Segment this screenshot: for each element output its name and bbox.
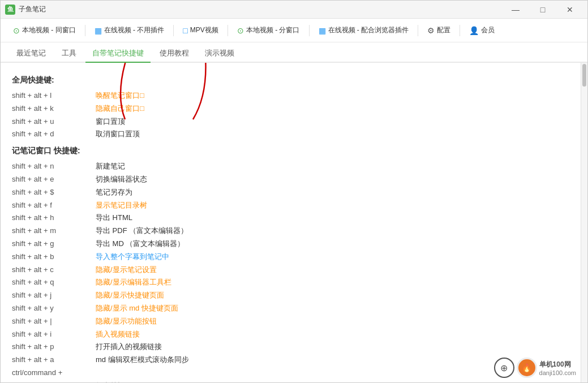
watermark-url: danji100.com (539, 369, 576, 376)
shortcut-desc-w: 隐藏/显示功能按钮 (96, 316, 157, 328)
shortcut-desc-q: 隐藏/显示编辑器工具栏 (96, 277, 171, 289)
shortcut-desc-u: 窗口置顶 (96, 116, 125, 128)
local-video-split-icon: ⊙ (237, 26, 244, 35)
shortcut-row-d: shift + alt + d 取消窗口置顶 (12, 128, 569, 140)
settings-icon: ⚙ (427, 26, 435, 35)
shortcut-row-p: shift + alt + p 打开插入的视频链接 (12, 341, 569, 353)
shortcut-row-m: shift + alt + m 导出 PDF （富文本编辑器） (12, 225, 569, 237)
toolbar-online-video-plugin[interactable]: ▦ 在线视频 - 配合浏览器插件 (313, 23, 415, 38)
toolbar: ⊙ 本地视频 - 同窗口 ▦ 在线视频 - 不用插件 □ MPV视频 ⊙ 本地视… (1, 19, 587, 42)
shortcut-key-c: shift + alt + c (12, 264, 96, 276)
shortcut-row-y: shift + alt + y 隐藏/显示 md 快捷键页面 (12, 303, 569, 315)
separator-1 (85, 25, 85, 36)
shortcut-key-save: s (12, 380, 96, 382)
shortcut-key-d: shift + alt + d (12, 128, 96, 140)
toolbar-local-video-same[interactable]: ⊙ 本地视频 - 同窗口 (7, 23, 81, 38)
toolbar-local-video-split-label: 本地视频 - 分窗口 (246, 25, 300, 35)
toolbar-member[interactable]: 👤 会员 (463, 23, 500, 38)
shortcut-key-u: shift + alt + u (12, 116, 96, 128)
title-bar: 鱼 子鱼笔记 — □ ✕ (1, 1, 587, 19)
toolbar-online-video-noplugin[interactable]: ▦ 在线视频 - 不用插件 (89, 23, 170, 38)
close-button[interactable]: ✕ (557, 2, 583, 18)
tab-tutorial[interactable]: 使用教程 (153, 45, 196, 63)
shortcut-desc-p: 打开插入的视频链接 (96, 341, 162, 353)
shortcut-key-ctrl: ctrl/command + (12, 367, 96, 379)
online-video-plugin-icon: ▦ (319, 26, 326, 35)
shortcut-row-i: shift + alt + i 插入视频链接 (12, 329, 569, 341)
shortcut-desc-d: 取消窗口置顶 (96, 128, 140, 140)
shortcut-desc-l: 唤醒笔记窗口□ (96, 90, 144, 102)
shortcut-row-c: shift + alt + c 隐藏/显示笔记设置 (12, 264, 569, 276)
shortcut-desc-i: 插入视频链接 (96, 329, 140, 341)
toolbar-local-video-same-label: 本地视频 - 同窗口 (22, 25, 76, 35)
separator-2 (173, 25, 174, 36)
tab-recent-notes[interactable]: 最近笔记 (10, 45, 53, 63)
watermark-site: 单机100网 (539, 360, 576, 369)
toolbar-online-video-noplugin-label: 在线视频 - 不用插件 (104, 25, 165, 35)
tab-tools[interactable]: 工具 (55, 45, 83, 63)
shortcut-key-b: shift + alt + b (12, 251, 96, 263)
shortcut-desc-b: 导入整个字幕到笔记中 (96, 251, 169, 263)
shortcut-desc-f: 显示笔记目录树 (96, 200, 147, 212)
shortcut-row-ctrl-s: ctrl/command + (12, 367, 569, 379)
shortcut-key-j: shift + alt + j (12, 290, 96, 302)
shortcut-key-l: shift + alt + l (12, 90, 96, 102)
shortcut-key-w: shift + alt + | (12, 316, 96, 328)
local-video-same-icon: ⊙ (13, 26, 20, 35)
shortcut-row-b: shift + alt + b 导入整个字幕到笔记中 (12, 251, 569, 263)
shortcut-row-q: shift + alt + q 隐藏/显示编辑器工具栏 (12, 277, 569, 289)
shortcut-desc-m: 导出 PDF （富文本编辑器） (96, 225, 188, 237)
window-shortcuts-title: 记笔记窗口 快捷键: (12, 146, 569, 156)
shortcut-key-h: shift + alt + h (12, 212, 96, 224)
shortcut-row-h: shift + alt + h 导出 HTML (12, 212, 569, 224)
watermark-circle-icon: ⊕ (494, 358, 514, 378)
minimize-button[interactable]: — (503, 2, 529, 18)
shortcut-row-e: shift + alt + e 切换编辑器状态 (12, 174, 569, 186)
toolbar-settings-label: 配置 (437, 25, 450, 35)
shortcut-key-a: shift + alt + a (12, 354, 96, 366)
shortcut-key-g: shift + alt + g (12, 238, 96, 250)
shortcut-desc-n: 新建笔记 (96, 161, 125, 173)
shortcut-desc-e: 切换编辑器状态 (96, 174, 147, 186)
scrollbar[interactable] (581, 63, 587, 382)
shortcut-desc-h: 导出 HTML (96, 212, 132, 224)
shortcut-row-s: shift + alt + $ 笔记另存为 (12, 187, 569, 199)
toolbar-mpv-label: MPV视频 (190, 25, 218, 35)
app-icon: 鱼 (5, 5, 15, 15)
shortcut-desc-j: 隐藏/显示快捷键页面 (96, 290, 164, 302)
tab-demo-video[interactable]: 演示视频 (198, 45, 241, 63)
separator-5 (418, 25, 418, 36)
shortcuts-content: 全局快捷键: shift + alt + l 唤醒笔记窗口□ shift + a… (1, 63, 581, 382)
shortcut-desc-g: 导出 MD （富文本编辑器） (96, 238, 184, 250)
shortcut-row-j: shift + alt + j 隐藏/显示快捷键页面 (12, 290, 569, 302)
shortcut-row-k: shift + alt + k 隐藏自己窗口□ (12, 103, 569, 115)
shortcut-key-s2: shift + alt + $ (12, 187, 96, 199)
shortcut-row-g: shift + alt + g 导出 MD （富文本编辑器） (12, 238, 569, 250)
watermark-logo: 🔥 (517, 358, 537, 378)
content-area: 全局快捷键: shift + alt + l 唤醒笔记窗口□ shift + a… (1, 63, 587, 382)
mpv-icon: □ (183, 26, 187, 35)
shortcut-key-i: shift + alt + i (12, 329, 96, 341)
separator-4 (309, 25, 310, 36)
toolbar-mpv-video[interactable]: □ MPV视频 (177, 23, 224, 38)
separator-6 (460, 25, 460, 36)
shortcut-key-y: shift + alt + y (12, 303, 96, 315)
global-shortcuts-title: 全局快捷键: (12, 75, 569, 85)
shortcut-key-k: shift + alt + k (12, 103, 96, 115)
shortcut-row-f: shift + alt + f 显示笔记目录树 (12, 200, 569, 212)
toolbar-online-video-plugin-label: 在线视频 - 配合浏览器插件 (328, 25, 409, 35)
shortcut-row-save: s 保存笔记 (12, 380, 569, 382)
shortcut-key-n: shift + alt + n (12, 161, 96, 173)
nav-tabs: 最近笔记 工具 自带笔记快捷键 使用教程 演示视频 (1, 42, 587, 63)
shortcut-desc-y: 隐藏/显示 md 快捷键页面 (96, 303, 178, 315)
shortcut-desc-k: 隐藏自己窗口□ (96, 103, 144, 115)
toolbar-settings[interactable]: ⚙ 配置 (422, 23, 456, 38)
watermark: ⊕ 🔥 单机100网 danji100.com (494, 358, 576, 378)
tab-shortcuts[interactable]: 自带笔记快捷键 (85, 45, 151, 63)
app-window: 鱼 子鱼笔记 — □ ✕ ⊙ 本地视频 - 同窗口 ▦ 在线视频 - 不用插件 … (0, 0, 588, 383)
shortcut-key-f: shift + alt + f (12, 200, 96, 212)
member-icon: 👤 (469, 26, 479, 35)
toolbar-local-video-split[interactable]: ⊙ 本地视频 - 分窗口 (231, 23, 306, 38)
maximize-button[interactable]: □ (530, 2, 556, 18)
shortcut-desc-save: 保存笔记 (96, 380, 125, 382)
